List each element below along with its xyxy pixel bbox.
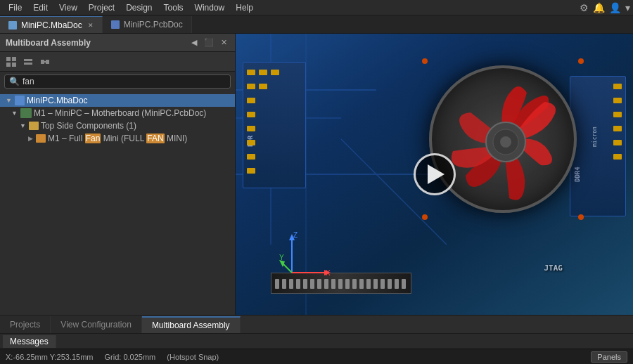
cap-10 <box>247 154 255 160</box>
bottom-tab-projects[interactable]: Projects <box>0 316 51 333</box>
jtag-label: JTAG <box>544 264 563 273</box>
panel-pin-btn[interactable]: ◀ <box>189 38 199 47</box>
cap-1 <box>247 70 255 75</box>
menu-design[interactable]: Design <box>120 1 158 14</box>
svg-rect-4 <box>24 59 32 61</box>
menu-view[interactable]: View <box>53 1 83 14</box>
cap-r6 <box>613 154 622 160</box>
panel-close-btn[interactable]: ✕ <box>219 38 229 47</box>
menu-bar: File Edit View Project Design Tools Wind… <box>0 0 633 15</box>
tree-comp-icon-m1 <box>20 108 32 118</box>
menu-window[interactable]: Window <box>189 1 231 14</box>
bell-icon[interactable]: 🔔 <box>593 2 605 13</box>
tree-arrow-m1: ▼ <box>11 110 18 117</box>
tree-label-m1: M1 – MiniPC – Motherboard (MiniPC.PcbDoc… <box>34 108 206 118</box>
svg-point-22 <box>500 136 511 148</box>
tree-label-top: Top Side Components (1) <box>41 121 136 131</box>
play-button[interactable] <box>414 153 456 195</box>
snap-display: (Hotspot Snap) <box>167 353 219 361</box>
cap-r3 <box>613 112 622 117</box>
svg-rect-1 <box>12 57 16 61</box>
svg-rect-2 <box>6 63 11 67</box>
svg-rect-40 <box>395 279 399 289</box>
status-bar: X:-66.25mm Y:253.15mm Grid: 0.025mm (Hot… <box>0 349 633 364</box>
panel-float-btn[interactable]: ⬛ <box>202 38 216 47</box>
cap-2 <box>259 70 267 75</box>
tree-label-root: MiniPC.MbaDoc <box>27 96 88 105</box>
ddr-chip-left: DDR <box>243 62 306 188</box>
svg-rect-5 <box>24 63 32 65</box>
play-triangle-icon <box>428 164 445 184</box>
pcb-tab-icon <box>111 20 120 29</box>
menu-dots[interactable]: ▾ <box>625 2 630 13</box>
menu-file[interactable]: File <box>3 1 27 14</box>
tree-item-top[interactable]: ▼ Top Side Components (1) <box>0 119 235 132</box>
gear-icon[interactable]: ⚙ <box>580 2 589 13</box>
menu-project[interactable]: Project <box>83 1 120 14</box>
tree-arrow-root: ▼ <box>6 97 12 104</box>
messages-tab[interactable]: Messages <box>3 335 56 348</box>
component-icon <box>39 56 51 67</box>
cap-9 <box>247 140 255 145</box>
main-content: Multiboard Assembly ◀ ⬛ ✕ <box>0 34 633 315</box>
bottom-tab-view-config[interactable]: View Configuration <box>51 316 142 333</box>
menu-tools[interactable]: Tools <box>158 1 189 14</box>
tree-item-fan[interactable]: ▶ M1 – Full Fan Mini (FULL FAN MINI) <box>0 132 235 145</box>
mount-post-2 <box>578 58 584 64</box>
cap-5 <box>259 84 267 89</box>
cap-6 <box>247 98 255 103</box>
svg-rect-41 <box>402 279 406 289</box>
mount-post-3 <box>422 214 428 220</box>
fan-assembly <box>408 44 598 234</box>
tab-modified-indicator: ✕ <box>88 22 94 29</box>
svg-rect-6 <box>41 60 44 64</box>
svg-rect-37 <box>373 279 378 289</box>
bottom-tab-bar: Projects View Configuration Multiboard A… <box>0 315 633 333</box>
menu-edit[interactable]: Edit <box>27 1 53 14</box>
tab-mba-label: MiniPC.MbaDoc <box>21 20 82 30</box>
mount-post-1 <box>422 58 428 64</box>
tab-bar: MiniPC.MbaDoc ✕ MiniPC.PcbDoc <box>0 15 633 34</box>
user-icon[interactable]: 👤 <box>609 2 621 13</box>
menu-help[interactable]: Help <box>230 1 259 14</box>
grid-display: Grid: 0.025mm <box>105 353 156 361</box>
tree-arrow-top: ▼ <box>20 122 26 129</box>
search-input[interactable] <box>23 77 226 86</box>
tab-mba[interactable]: MiniPC.MbaDoc ✕ <box>0 16 103 33</box>
right-panel[interactable]: DDR DDR4 micron <box>236 34 633 315</box>
fan-highlight-2: FAN <box>146 134 164 143</box>
svg-text:Z: Z <box>293 231 298 239</box>
tree-item-m1[interactable]: ▼ M1 – MiniPC – Motherboard (MiniPC.PcbD… <box>0 107 235 119</box>
cap-r1 <box>613 84 622 89</box>
search-box[interactable]: 🔍 <box>4 74 231 89</box>
coords-display: X:-66.25mm Y:253.15mm <box>6 353 94 361</box>
panel-title: Multiboard Assembly <box>6 38 91 48</box>
tab-pcb-label: MiniPC.PcbDoc <box>124 20 183 30</box>
fan-blades-svg <box>432 68 580 216</box>
messages-bar: Messages <box>0 333 633 349</box>
tree-part-icon-fan <box>36 134 46 143</box>
cap-7 <box>247 112 255 117</box>
coordinate-axes: Z X Y <box>278 230 334 287</box>
search-icon: 🔍 <box>9 77 20 86</box>
mount-post-4 <box>578 214 584 220</box>
svg-text:X: X <box>326 269 331 277</box>
svg-rect-7 <box>46 60 49 64</box>
toolbar-btn-1[interactable] <box>4 55 18 69</box>
tree-doc-icon-root <box>15 96 25 105</box>
panels-button[interactable]: Panels <box>591 351 627 363</box>
tree-area: ▼ MiniPC.MbaDoc ▼ M1 – MiniPC – Motherbo… <box>0 91 235 315</box>
toolbar-btn-2[interactable] <box>21 55 35 69</box>
cap-4 <box>247 84 255 89</box>
heatsink-base <box>429 65 577 213</box>
cap-8 <box>247 126 255 131</box>
tree-item-root[interactable]: ▼ MiniPC.MbaDoc <box>0 94 235 107</box>
cap-r4 <box>613 126 622 131</box>
svg-rect-38 <box>381 279 385 289</box>
svg-rect-3 <box>12 63 16 67</box>
cap-r5 <box>613 140 622 145</box>
mba-tab-icon <box>8 21 17 30</box>
tab-pcb[interactable]: MiniPC.PcbDoc <box>103 16 192 33</box>
bottom-tab-multiboard[interactable]: Multiboard Assembly <box>142 316 241 333</box>
toolbar-btn-3[interactable] <box>38 55 52 69</box>
